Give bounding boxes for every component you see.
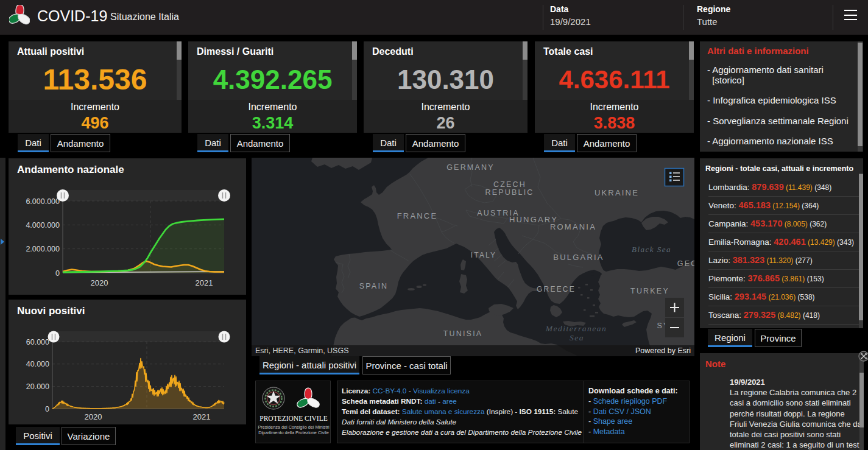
svg-text:Esri, HERE, Garmin, USGS: Esri, HERE, Garmin, USGS (255, 346, 349, 355)
svg-text:60.000: 60.000 (26, 338, 49, 346)
svg-text:TURKEY: TURKEY (630, 287, 669, 295)
svg-text:6.000.000: 6.000.000 (26, 197, 60, 206)
svg-text:GERMANY: GERMANY (446, 163, 495, 172)
svg-text:0: 0 (55, 269, 60, 278)
svg-text:4.000.000: 4.000.000 (26, 221, 60, 230)
svg-text:GEO: GEO (677, 259, 694, 268)
svg-text:SPAIN: SPAIN (359, 282, 389, 290)
svg-text:Powered by Esri: Powered by Esri (635, 346, 691, 355)
svg-text:CZECH: CZECH (493, 180, 526, 189)
svg-text:40.000: 40.000 (26, 360, 49, 368)
svg-text:2020: 2020 (85, 412, 102, 421)
svg-text:2021: 2021 (193, 412, 211, 421)
svg-text:2021: 2021 (196, 278, 213, 287)
svg-text:20.000: 20.000 (26, 382, 49, 391)
svg-text:Black Sea: Black Sea (632, 245, 671, 254)
svg-text:REPUBLIC: REPUBLIC (485, 188, 534, 197)
svg-text:0: 0 (45, 405, 49, 413)
svg-text:BULGARIA: BULGARIA (553, 253, 604, 262)
svg-text:ROMANIA: ROMANIA (550, 222, 596, 231)
svg-text:Mediterranean: Mediterranean (545, 324, 607, 333)
svg-text:UKRAINE: UKRAINE (595, 188, 639, 197)
svg-text:2.000.000: 2.000.000 (26, 245, 60, 253)
svg-text:ITALY: ITALY (471, 251, 497, 259)
svg-text:TUNISIA: TUNISIA (443, 329, 483, 338)
svg-text:2020: 2020 (91, 278, 108, 287)
svg-text:Sea: Sea (570, 333, 584, 342)
svg-text:FRANCE: FRANCE (397, 211, 438, 220)
svg-text:GREECE: GREECE (537, 285, 576, 294)
